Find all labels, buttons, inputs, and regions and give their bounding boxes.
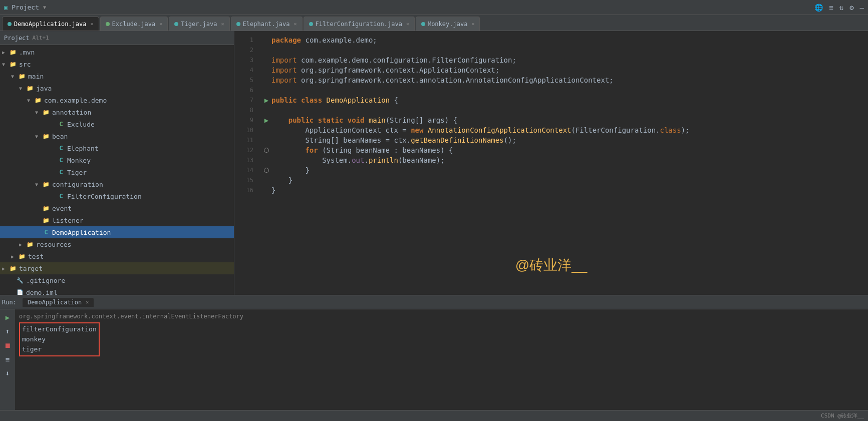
breakpoint-14 bbox=[264, 168, 269, 173]
java-icon-monkey: C bbox=[57, 156, 65, 164]
tree-item-java[interactable]: ▼ 📁 java bbox=[0, 82, 234, 94]
line-content-16: } bbox=[271, 185, 864, 195]
tree-label-main: main bbox=[28, 73, 44, 80]
main-area: Project Alt+1 ▶ 📁 .mvn ▼ 📁 src ▼ 📁 main bbox=[0, 31, 868, 295]
tree-label-com: com.example.demo bbox=[44, 97, 107, 104]
console-line-monkey: monkey bbox=[22, 334, 97, 344]
scroll-down-button[interactable]: ⬇ bbox=[3, 368, 13, 378]
title-project-label[interactable]: Project bbox=[12, 4, 39, 11]
tree-item-target[interactable]: ▶ 📁 target bbox=[0, 262, 234, 274]
arrow-com: ▼ bbox=[27, 98, 34, 103]
gutter-12 bbox=[261, 145, 271, 155]
tree-item-gitignore[interactable]: 🔧 .gitignore bbox=[0, 274, 234, 286]
tab-demo-application[interactable]: DemoApplication.java ✕ bbox=[2, 17, 99, 31]
tree-item-demo-iml[interactable]: 📄 demo.iml bbox=[0, 286, 234, 295]
tree-item-configuration[interactable]: ▼ 📁 configuration bbox=[0, 178, 234, 190]
minimize-icon[interactable]: — bbox=[860, 4, 864, 12]
tree-item-annotation[interactable]: ▼ 📁 annotation bbox=[0, 106, 234, 118]
line-num-13: 13 bbox=[238, 155, 253, 165]
run-arrow-7[interactable]: ▶ bbox=[264, 95, 268, 105]
tree-item-mvn[interactable]: ▶ 📁 .mvn bbox=[0, 46, 234, 58]
gutter-15 bbox=[261, 175, 271, 185]
gutter-7: ▶ bbox=[261, 95, 271, 105]
tree-label-src: src bbox=[19, 61, 31, 68]
tab-tiger[interactable]: Tiger.java ✕ bbox=[169, 17, 229, 31]
tab-close-filter[interactable]: ✕ bbox=[406, 21, 409, 27]
globe-icon[interactable]: 🌐 bbox=[814, 4, 823, 12]
stop-button[interactable]: ⏹ bbox=[3, 340, 13, 350]
list-icon[interactable]: ≡ bbox=[829, 4, 833, 12]
tree-item-com-example-demo[interactable]: ▼ 📁 com.example.demo bbox=[0, 94, 234, 106]
run-button[interactable]: ▶ bbox=[3, 312, 13, 322]
bottom-tab-bar: Run: DemoApplication ✕ bbox=[0, 295, 868, 309]
bottom-tab-close[interactable]: ✕ bbox=[86, 299, 89, 305]
scroll-up-button[interactable]: ⬆ bbox=[3, 326, 13, 336]
run-arrow-9[interactable]: ▶ bbox=[264, 115, 268, 125]
line-num-16: 16 bbox=[238, 185, 253, 195]
line-num-9: 9 bbox=[238, 115, 253, 125]
watermark: @砖业洋__ bbox=[515, 256, 588, 275]
tab-label-tiger: Tiger.java bbox=[181, 21, 217, 28]
tab-dot-elephant bbox=[236, 22, 240, 26]
tree-item-src[interactable]: ▼ 📁 src bbox=[0, 58, 234, 70]
tree-label-resources: resources bbox=[36, 241, 71, 248]
code-line-11: 11 String[] beanNames = ctx.getBeanDefin… bbox=[234, 135, 868, 145]
tree-item-listener[interactable]: 📁 listener bbox=[0, 214, 234, 226]
arrow-mvn: ▶ bbox=[2, 50, 9, 55]
java-icon-filter-configuration: C bbox=[57, 192, 65, 200]
code-line-1: 1 package com.example.demo; bbox=[234, 35, 868, 45]
title-bar-icons: 🌐 ≡ ⇅ ⚙ — bbox=[814, 4, 864, 12]
tab-close-demo[interactable]: ✕ bbox=[91, 21, 94, 27]
folder-icon-configuration: 📁 bbox=[42, 180, 50, 188]
tree-label-filter-configuration: FilterConfiguration bbox=[67, 193, 142, 200]
gutter-16 bbox=[261, 185, 271, 195]
tab-monkey[interactable]: Monkey.java ✕ bbox=[416, 17, 480, 31]
tree-label-bean: bean bbox=[52, 133, 68, 140]
line-content-1: package com.example.demo; bbox=[271, 35, 864, 45]
console-line-0: org.springframework.context.event.intern… bbox=[19, 311, 864, 321]
tree-item-tiger[interactable]: C Tiger bbox=[0, 166, 234, 178]
java-icon-tiger: C bbox=[57, 168, 65, 176]
code-area[interactable]: 1 package com.example.demo; 2 3 import c… bbox=[234, 31, 868, 295]
code-line-3: 3 import com.example.demo.configuration.… bbox=[234, 55, 868, 65]
sort-icon[interactable]: ⇅ bbox=[839, 4, 843, 12]
tree-item-event[interactable]: 📁 event bbox=[0, 202, 234, 214]
tree-item-demo-application[interactable]: C DemoApplication bbox=[0, 226, 234, 238]
tab-filter-config[interactable]: FilterConfiguration.java ✕ bbox=[304, 17, 415, 31]
tab-close-monkey[interactable]: ✕ bbox=[471, 21, 474, 27]
tab-close-tiger[interactable]: ✕ bbox=[221, 21, 224, 27]
tree-item-bean[interactable]: ▼ 📁 bean bbox=[0, 130, 234, 142]
tab-bar: DemoApplication.java ✕ Exclude.java ✕ Ti… bbox=[0, 15, 868, 31]
bottom-panel: Run: DemoApplication ✕ ▶ ⬆ ⏹ ≡ ⬇ org.spr… bbox=[0, 295, 868, 410]
format-button[interactable]: ≡ bbox=[3, 354, 13, 364]
tab-close-exclude[interactable]: ✕ bbox=[159, 21, 162, 27]
line-content-4: import org.springframework.context.Appli… bbox=[271, 65, 864, 75]
tree-item-elephant[interactable]: C Elephant bbox=[0, 142, 234, 154]
tab-close-elephant[interactable]: ✕ bbox=[294, 21, 297, 27]
line-num-11: 11 bbox=[238, 135, 253, 145]
line-content-13: System.out.println(beanName); bbox=[271, 155, 864, 165]
code-line-10: 10 ApplicationContext ctx = new Annotati… bbox=[234, 125, 868, 135]
settings-icon[interactable]: ⚙ bbox=[849, 4, 853, 12]
status-bar: CSDN @砖业洋__ bbox=[0, 410, 868, 421]
line-content-8 bbox=[271, 105, 864, 115]
line-content-7: public class DemoApplication { bbox=[271, 95, 864, 105]
folder-icon-com: 📁 bbox=[34, 96, 42, 104]
tab-exclude[interactable]: Exclude.java ✕ bbox=[100, 17, 168, 31]
tab-elephant[interactable]: Elephant.java ✕ bbox=[231, 17, 303, 31]
sidebar-tree[interactable]: ▶ 📁 .mvn ▼ 📁 src ▼ 📁 main ▼ 📁 java bbox=[0, 45, 234, 295]
line-content-11: String[] beanNames = ctx.getBeanDefiniti… bbox=[271, 135, 864, 145]
code-line-14: 14 } bbox=[234, 165, 868, 175]
tree-item-test[interactable]: ▶ 📁 test bbox=[0, 250, 234, 262]
tab-dot-filter bbox=[309, 22, 313, 26]
tree-item-filter-configuration[interactable]: C FilterConfiguration bbox=[0, 190, 234, 202]
arrow-main: ▼ bbox=[11, 74, 18, 79]
bottom-tab-demo-application[interactable]: DemoApplication ✕ bbox=[23, 298, 94, 307]
tree-item-exclude[interactable]: C Exclude bbox=[0, 118, 234, 130]
tree-item-main[interactable]: ▼ 📁 main bbox=[0, 70, 234, 82]
title-dropdown-arrow[interactable]: ▼ bbox=[43, 5, 46, 10]
tree-item-resources[interactable]: ▶ 📁 resources bbox=[0, 238, 234, 250]
tab-dot-exclude bbox=[106, 22, 110, 26]
tree-item-monkey[interactable]: C Monkey bbox=[0, 154, 234, 166]
sidebar: Project Alt+1 ▶ 📁 .mvn ▼ 📁 src ▼ 📁 main bbox=[0, 31, 234, 295]
